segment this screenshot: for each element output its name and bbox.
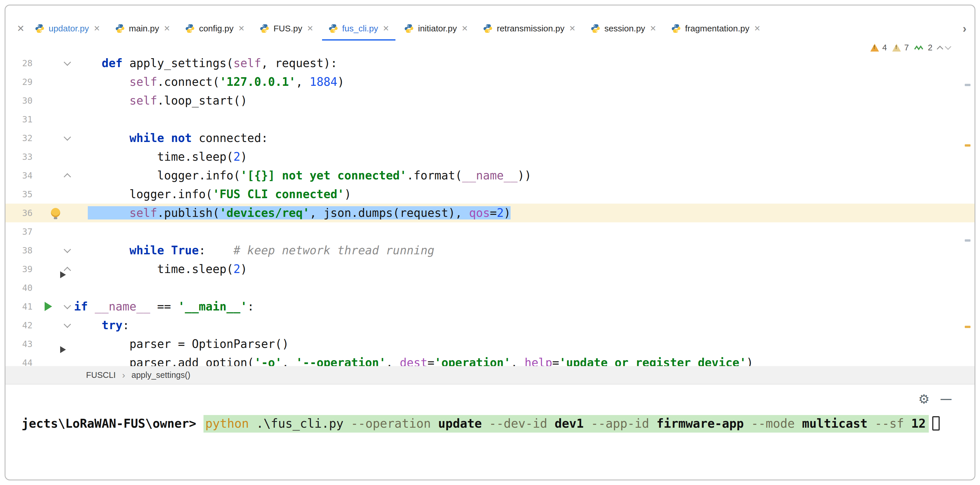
code-line[interactable]: 34 logger.info('[{}] not yet connected'.… [5,166,975,185]
code-line[interactable]: 33 time.sleep(2) [5,147,975,166]
ide-window: ✕ updator.py✕main.py✕config.py✕FUS.py✕fu… [5,5,975,480]
tab-close-icon[interactable]: ✕ [461,24,468,33]
tab-close-icon[interactable]: ✕ [650,24,657,33]
run-icon[interactable] [45,302,52,311]
close-icon[interactable]: ✕ [14,23,27,34]
fold-column[interactable] [58,166,74,185]
code-token: '127.0.0.1' [220,75,296,88]
code-token: logger.info( [74,169,240,182]
tab-main.py[interactable]: main.py✕ [108,16,178,41]
minimize-icon[interactable]: — [940,393,951,405]
fold-collapse-icon[interactable] [64,302,71,309]
code-line[interactable]: 40 [5,279,975,297]
prev-problem-icon[interactable] [937,46,943,52]
tab-close-icon[interactable]: ✕ [164,24,170,33]
tab-fus_cli.py[interactable]: fus_cli.py✕ [321,16,397,41]
code-text: def apply_settings(self, request): [74,54,975,73]
python-icon [590,24,600,34]
tab-label: updator.py [49,24,89,34]
next-problem-icon[interactable] [945,43,951,50]
code-line[interactable]: 29 self.connect('127.0.0.1', 1884) [5,73,975,91]
fold-column[interactable] [58,147,74,166]
terminal-command: python .\fus_cli.py --operation update -… [204,415,929,432]
fold-column[interactable] [58,279,74,297]
tab-retransmission.py[interactable]: retransmission.py✕ [476,16,583,41]
tab-session.py[interactable]: session.py✕ [583,16,664,41]
tab-close-icon[interactable]: ✕ [569,24,576,33]
tab-scroll-right-icon[interactable]: › [955,22,975,35]
code-line[interactable]: 32 while not connected: [5,129,975,147]
fold-column[interactable] [58,297,74,316]
code-token: : [199,244,234,257]
code-text: self.loop_start() [74,91,975,110]
tab-close-icon[interactable]: ✕ [238,24,245,33]
code-token [88,206,129,219]
tab-close-icon[interactable]: ✕ [383,24,390,33]
fold-column[interactable] [58,204,74,222]
code-line[interactable]: 36 self.publish('devices/req', json.dump… [5,204,975,222]
scrollbar-mark[interactable] [965,144,970,147]
terminal-panel[interactable]: jects\LoRaWAN-FUS\owner> python .\fus_cl… [5,413,975,480]
fold-column[interactable] [58,222,74,241]
code-line[interactable]: 43 parser = OptionParser() [5,335,975,353]
code-line[interactable]: 42 try: [5,316,975,335]
scrollbar-mark[interactable] [965,239,970,242]
tab-FUS.py[interactable]: FUS.py✕ [252,16,321,41]
breadcrumb-class[interactable]: FUSCLI [86,370,116,380]
fold-column[interactable] [58,129,74,147]
code-line[interactable]: 35 logger.info('FUS CLI connected') [5,185,975,204]
tab-label: FUS.py [274,24,302,34]
inspections-widget[interactable]: 4 7 2 [870,43,950,53]
code-token: # keep network thread running [234,244,434,257]
terminal-token: multicast [802,416,875,431]
scrollbar-mark[interactable] [965,326,970,328]
tab-fragmentation.py[interactable]: fragmentation.py✕ [664,16,768,41]
fold-column[interactable] [58,335,74,353]
fold-collapse-icon[interactable] [64,321,71,328]
fold-column[interactable] [58,54,74,73]
fold-column[interactable] [58,91,74,110]
code-token: , request): [261,56,337,70]
fold-column[interactable] [58,260,74,279]
fold-collapse-icon[interactable] [64,246,71,253]
tab-updator.py[interactable]: updator.py✕ [27,16,108,41]
code-line[interactable]: 39 time.sleep(2) [5,260,975,279]
code-line[interactable]: 38 while True: # keep network thread run… [5,241,975,260]
fold-collapse-icon[interactable] [64,133,71,140]
code-text-inner: try: [74,316,129,335]
fold-end-icon[interactable] [64,173,71,180]
code-line[interactable]: 31 [5,110,975,129]
code-token [74,131,129,145]
fold-column[interactable] [58,353,74,366]
code-token: connected: [192,131,268,145]
tab-initiator.py[interactable]: initiator.py✕ [397,16,476,41]
tab-config.py[interactable]: config.py✕ [178,16,252,41]
code-editor[interactable]: 28 def apply_settings(self, request):29 … [5,41,975,366]
tab-close-icon[interactable]: ✕ [307,24,313,33]
fold-column[interactable] [58,185,74,204]
fold-column[interactable] [58,73,74,91]
code-token: : [247,300,254,313]
scrollbar-mark[interactable] [965,84,970,86]
code-token: , json.dumps(request), [310,206,469,219]
terminal-token: --sf [875,416,911,431]
code-token: = [427,356,434,366]
fold-column[interactable] [58,241,74,260]
python-icon [671,24,681,34]
terminal-token: --app-id [591,416,657,431]
breadcrumb-method[interactable]: apply_settings() [132,370,191,380]
fold-collapse-icon[interactable] [64,59,71,65]
code-line[interactable]: 37 [5,222,975,241]
tab-close-icon[interactable]: ✕ [94,24,100,33]
tab-close-icon[interactable]: ✕ [754,24,761,33]
code-token: .loop_start() [157,94,247,107]
code-line[interactable]: 44 parser.add_option('-o', '--operation'… [5,353,975,366]
python-icon [185,24,195,34]
fold-column[interactable] [58,110,74,129]
code-line[interactable]: 30 self.loop_start() [5,91,975,110]
code-token: help [524,356,552,366]
code-line[interactable]: 41if __name__ == '__main__': [5,297,975,316]
code-line[interactable]: 28 def apply_settings(self, request): [5,54,975,73]
gear-icon[interactable]: ⚙ [918,392,930,406]
fold-column[interactable] [58,316,74,335]
